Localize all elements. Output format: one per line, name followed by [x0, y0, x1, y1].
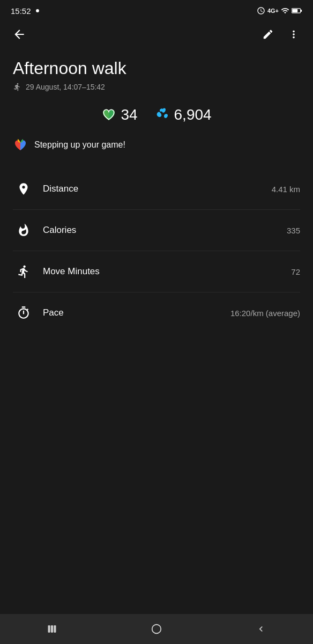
activity-title: Afternoon walk — [13, 58, 300, 78]
main-content: Afternoon walk 29 August, 14:07–15:42 34 — [0, 49, 313, 342]
move-minutes-value: 72 — [291, 267, 300, 276]
svg-rect-6 — [54, 625, 56, 632]
signal-icon — [281, 6, 289, 15]
stat-row-move-minutes: Move Minutes 72 — [13, 251, 300, 292]
network-text: 4G+ — [267, 8, 279, 14]
pace-value: 16:20/km (average) — [230, 309, 300, 318]
calories-label: Calories — [43, 225, 287, 236]
pace-icon-wrap — [13, 302, 34, 324]
svg-rect-2 — [301, 10, 302, 12]
stat-row-pace: Pace 16:20/km (average) — [13, 292, 300, 333]
walk-icon — [13, 83, 21, 91]
recent-apps-button[interactable] — [36, 618, 68, 640]
nav-back-button[interactable] — [245, 618, 277, 640]
achievement-text: Stepping up your game! — [34, 140, 125, 150]
svg-point-7 — [152, 625, 161, 634]
stats-list: Distance 4.41 km Calories 335 Move Minut… — [13, 169, 300, 333]
pace-icon — [17, 306, 31, 320]
alarm-icon — [257, 6, 265, 15]
achievement-banner: Stepping up your game! — [13, 136, 300, 153]
svg-point-0 — [36, 9, 39, 12]
pencil-icon — [262, 28, 274, 40]
recents-icon — [47, 624, 57, 634]
heart-score-value: 34 — [121, 106, 137, 123]
heart-score-item: 34 — [101, 106, 137, 123]
dots-vertical-icon — [288, 28, 300, 40]
back-button[interactable] — [9, 24, 30, 45]
status-icons: 4G+ — [257, 6, 302, 15]
bottom-nav-bar — [0, 614, 313, 644]
activity-date: 29 August, 14:07–15:42 — [26, 83, 105, 91]
status-time: 15:52 — [11, 6, 41, 16]
svg-rect-5 — [51, 625, 53, 632]
distance-label: Distance — [43, 184, 272, 194]
home-button[interactable] — [140, 618, 173, 640]
move-minutes-label: Move Minutes — [43, 266, 291, 277]
time-text: 15:52 — [11, 6, 31, 16]
nav-bar — [0, 19, 313, 49]
home-circle-icon — [151, 623, 162, 635]
distance-icon-wrap — [13, 178, 34, 200]
more-options-button[interactable] — [283, 24, 304, 45]
stat-row-distance: Distance 4.41 km — [13, 169, 300, 210]
location-dot-icon — [34, 7, 41, 14]
svg-rect-3 — [292, 9, 297, 12]
calories-icon-wrap — [13, 219, 34, 241]
calories-icon — [17, 223, 31, 237]
nav-back-chevron-icon — [256, 624, 266, 634]
move-minutes-icon-wrap — [13, 261, 34, 282]
steps-score-item: 6,904 — [155, 106, 212, 123]
heart-score-icon — [101, 107, 116, 122]
distance-icon — [17, 182, 31, 196]
activity-meta: 29 August, 14:07–15:42 — [13, 83, 300, 91]
steps-value: 6,904 — [174, 106, 212, 123]
score-row: 34 6,904 — [13, 106, 300, 123]
svg-rect-4 — [48, 625, 50, 632]
steps-icon — [155, 107, 170, 122]
battery-icon — [292, 8, 302, 14]
stat-row-calories: Calories 335 — [13, 210, 300, 251]
edit-button[interactable] — [257, 24, 279, 45]
status-bar: 15:52 4G+ — [0, 0, 313, 19]
google-fit-logo — [13, 137, 28, 152]
arrow-back-icon — [12, 27, 26, 41]
nav-actions — [257, 24, 304, 45]
pace-label: Pace — [43, 308, 230, 318]
distance-value: 4.41 km — [272, 185, 300, 194]
calories-value: 335 — [287, 226, 300, 235]
move-minutes-icon — [17, 265, 31, 279]
